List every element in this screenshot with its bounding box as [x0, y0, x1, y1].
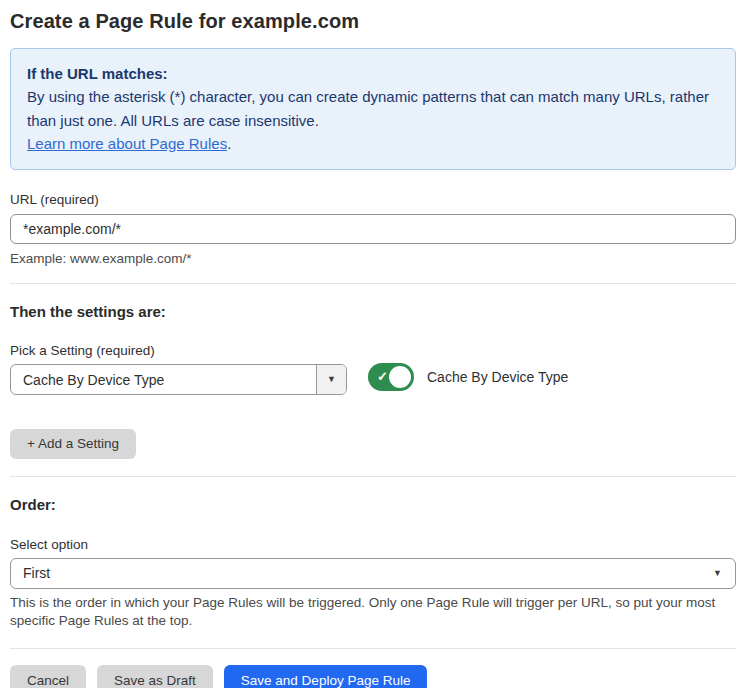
- info-box-link-line: Learn more about Page Rules.: [27, 132, 719, 155]
- chevron-down-icon: ▼: [707, 569, 735, 578]
- pick-setting-label: Pick a Setting (required): [10, 343, 736, 358]
- check-icon: ✓: [377, 370, 388, 383]
- order-select-label: Select option: [10, 537, 736, 552]
- info-box-body: By using the asterisk (*) character, you…: [27, 85, 719, 132]
- order-heading: Order:: [10, 496, 736, 513]
- setting-row: Cache By Device Type ▼ ✓ Cache By Device…: [10, 358, 736, 395]
- toggle-knob: [389, 366, 411, 388]
- divider: [10, 476, 736, 477]
- order-select[interactable]: First ▼: [10, 558, 736, 589]
- chevron-down-icon[interactable]: ▼: [316, 365, 346, 394]
- add-setting-button[interactable]: + Add a Setting: [10, 429, 136, 459]
- url-input[interactable]: [10, 214, 736, 244]
- setting-toggle[interactable]: ✓: [368, 363, 414, 391]
- setting-select-value: Cache By Device Type: [11, 372, 316, 388]
- url-match-info-box: If the URL matches: By using the asteris…: [10, 48, 736, 170]
- info-box-heading: If the URL matches:: [27, 62, 719, 85]
- footer-actions: Cancel Save as Draft Save and Deploy Pag…: [10, 665, 736, 688]
- page-title: Create a Page Rule for example.com: [10, 10, 736, 33]
- page-rule-form: Create a Page Rule for example.com If th…: [0, 0, 750, 688]
- save-draft-button[interactable]: Save as Draft: [97, 665, 213, 688]
- url-label: URL (required): [10, 192, 736, 207]
- learn-more-link[interactable]: Learn more about Page Rules: [27, 135, 227, 152]
- cancel-button[interactable]: Cancel: [10, 665, 86, 688]
- setting-toggle-label: Cache By Device Type: [427, 369, 568, 385]
- setting-select-wrap: Cache By Device Type ▼: [10, 358, 347, 395]
- divider: [10, 283, 736, 284]
- setting-select[interactable]: Cache By Device Type ▼: [10, 364, 347, 395]
- url-example-helper: Example: www.example.com/*: [10, 251, 736, 266]
- order-helper-text: This is the order in which your Page Rul…: [10, 594, 736, 632]
- divider: [10, 648, 736, 649]
- link-suffix: .: [227, 135, 231, 152]
- settings-heading: Then the settings are:: [10, 303, 736, 320]
- order-select-value: First: [11, 565, 707, 581]
- save-deploy-button[interactable]: Save and Deploy Page Rule: [224, 665, 428, 688]
